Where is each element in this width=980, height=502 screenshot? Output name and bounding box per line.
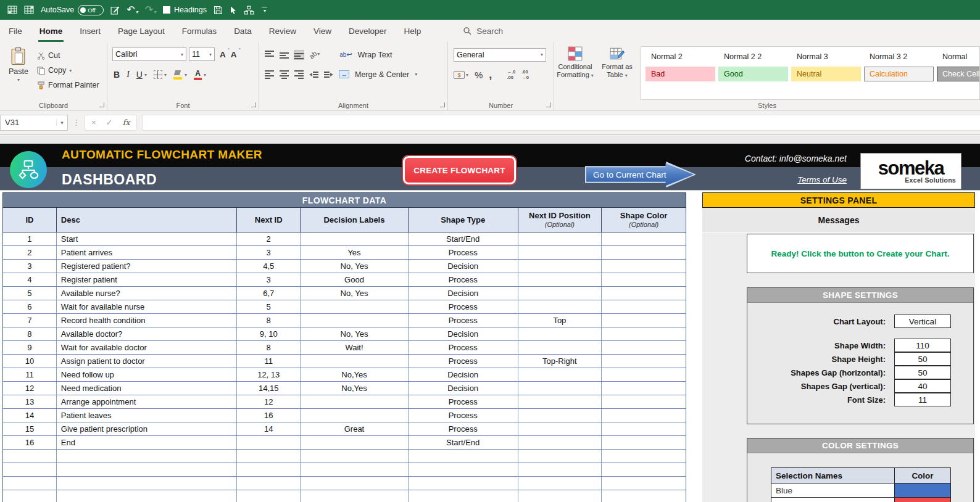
accounting-format-button[interactable]: $▾ (454, 71, 468, 79)
font-color-dropdown-icon[interactable]: ▾ (204, 72, 206, 78)
cell-desc[interactable]: Patient arrives (57, 246, 237, 259)
cell-decision-labels[interactable] (301, 409, 409, 422)
cell-next-id-position[interactable] (518, 300, 602, 313)
cell-shape-type[interactable]: Process (409, 314, 518, 327)
empty-cell[interactable] (301, 477, 409, 490)
cell-desc[interactable]: Available nurse? (57, 287, 237, 300)
cell-desc[interactable]: Give patient prescription (57, 422, 237, 435)
cell-id[interactable]: 4 (3, 273, 57, 286)
empty-cell[interactable] (602, 463, 686, 476)
format-painter-button[interactable]: Format Painter (37, 78, 99, 93)
cell-next-id[interactable]: 4,5 (237, 260, 301, 273)
empty-cell[interactable] (301, 450, 409, 463)
setting-input[interactable]: 50 (894, 366, 951, 379)
empty-cell[interactable] (518, 463, 602, 476)
cell-desc[interactable]: Record health condition (57, 314, 237, 327)
empty-cell[interactable] (237, 450, 301, 463)
empty-cell[interactable] (409, 450, 518, 463)
cell-decision-labels[interactable] (301, 314, 409, 327)
empty-cell[interactable] (237, 463, 301, 476)
cell-next-id[interactable]: 5 (237, 300, 301, 313)
cell-next-id-position[interactable] (518, 409, 602, 422)
cell-desc[interactable]: Wait for available doctor (57, 341, 237, 354)
cell-id[interactable]: 15 (3, 422, 57, 435)
ribbon-tab[interactable]: Page Layout (109, 20, 173, 42)
percent-style-button[interactable]: % (475, 70, 483, 80)
cell-shape-type[interactable]: Process (409, 341, 518, 354)
name-box-dropdown-icon[interactable]: ▾ (56, 120, 67, 126)
save-as-icon[interactable] (110, 6, 120, 15)
cell-next-id-position[interactable] (518, 382, 602, 395)
cell-desc[interactable]: Registered patient? (57, 260, 237, 273)
sheet-grid-icon[interactable] (7, 6, 17, 14)
cell-id[interactable]: 6 (3, 300, 57, 313)
flowchart-macro-icon[interactable] (244, 6, 254, 15)
cell-id[interactable]: 1 (3, 232, 57, 245)
cell-next-id-position[interactable] (518, 368, 602, 381)
cell-decision-labels[interactable] (301, 355, 409, 368)
ribbon-tab[interactable]: Help (396, 20, 430, 42)
underline-dropdown-icon[interactable]: ▾ (144, 72, 147, 78)
decrease-font-button[interactable]: Aˇ (231, 50, 237, 59)
cell-desc[interactable]: Need follow up (57, 368, 237, 381)
cell-shape-color[interactable] (602, 232, 686, 245)
cell-next-id-position[interactable] (518, 246, 602, 259)
empty-cell[interactable] (602, 477, 686, 490)
cell-shape-type[interactable]: Process (409, 273, 518, 286)
cell-shape-type[interactable]: Start/End (409, 232, 518, 245)
fill-color-button[interactable] (173, 70, 183, 80)
cell-decision-labels[interactable]: Good (301, 273, 409, 286)
cell-style-item[interactable]: Calculation (864, 67, 934, 81)
setting-input[interactable]: 11 (894, 393, 951, 406)
empty-cell[interactable] (602, 490, 686, 502)
orientation-button[interactable]: ab▾ (309, 51, 320, 59)
cell-next-id-position[interactable]: Top (518, 314, 602, 327)
cell-id[interactable]: 2 (3, 246, 57, 259)
underline-button[interactable]: U (136, 70, 143, 80)
wrap-text-button[interactable]: Wrap Text (358, 51, 392, 59)
cell-shape-color[interactable] (602, 368, 686, 381)
cell-style-item[interactable]: Normal 2 2 (718, 49, 788, 64)
cell-decision-labels[interactable]: No,Yes (301, 368, 409, 381)
cell-decision-labels[interactable] (301, 300, 409, 313)
borders-button[interactable] (154, 70, 162, 79)
insert-function-icon[interactable]: fx (123, 118, 130, 127)
color-name-cell[interactable] (771, 498, 895, 502)
merge-dropdown-icon[interactable]: ▾ (415, 72, 417, 77)
cell-shape-type[interactable]: Process (409, 409, 518, 422)
cell-decision-labels[interactable] (301, 232, 409, 245)
setting-input[interactable]: 40 (894, 379, 951, 393)
cell-id[interactable]: 14 (3, 409, 57, 422)
borders-dropdown-icon[interactable]: ▾ (164, 72, 167, 78)
cell-id[interactable]: 10 (3, 355, 57, 368)
cell-shape-color[interactable] (602, 355, 686, 368)
cell-decision-labels[interactable] (301, 395, 409, 408)
cell-decision-labels[interactable]: Yes (301, 246, 409, 259)
ribbon-tab[interactable]: Developer (340, 20, 396, 42)
cell-style-item[interactable]: Normal (937, 49, 980, 64)
cell-next-id[interactable]: 3 (237, 273, 301, 286)
alignment-dialog-launcher[interactable] (440, 102, 445, 107)
sheet-grid-icon-2[interactable] (24, 6, 34, 14)
empty-cell[interactable] (57, 463, 237, 476)
cell-shape-type[interactable]: Process (409, 395, 518, 408)
comma-style-button[interactable]: , (489, 72, 492, 78)
cell-shape-type[interactable]: Process (409, 422, 518, 435)
cell-next-id-position[interactable] (518, 260, 602, 273)
ribbon-tab[interactable]: Formulas (173, 20, 225, 42)
cell-shape-type[interactable]: Process (409, 300, 518, 313)
format-as-table-button[interactable]: Format asTable ▾ (596, 46, 638, 110)
cell-next-id-position[interactable] (518, 287, 602, 300)
font-name-combobox[interactable]: Calibri▾ (112, 47, 186, 61)
cell-shape-color[interactable] (602, 246, 686, 259)
empty-cell[interactable] (57, 450, 237, 463)
cell-style-item[interactable]: Normal 3 (791, 49, 861, 64)
number-format-combobox[interactable]: General▾ (454, 48, 546, 62)
cell-next-id[interactable] (237, 436, 301, 449)
empty-cell[interactable] (57, 477, 237, 490)
decrease-indent-button[interactable] (309, 72, 318, 78)
cell-next-id[interactable]: 8 (237, 314, 301, 327)
align-right-button[interactable] (294, 70, 304, 79)
bold-button[interactable]: B (114, 70, 120, 80)
cell-desc[interactable]: Available doctor? (57, 327, 237, 340)
